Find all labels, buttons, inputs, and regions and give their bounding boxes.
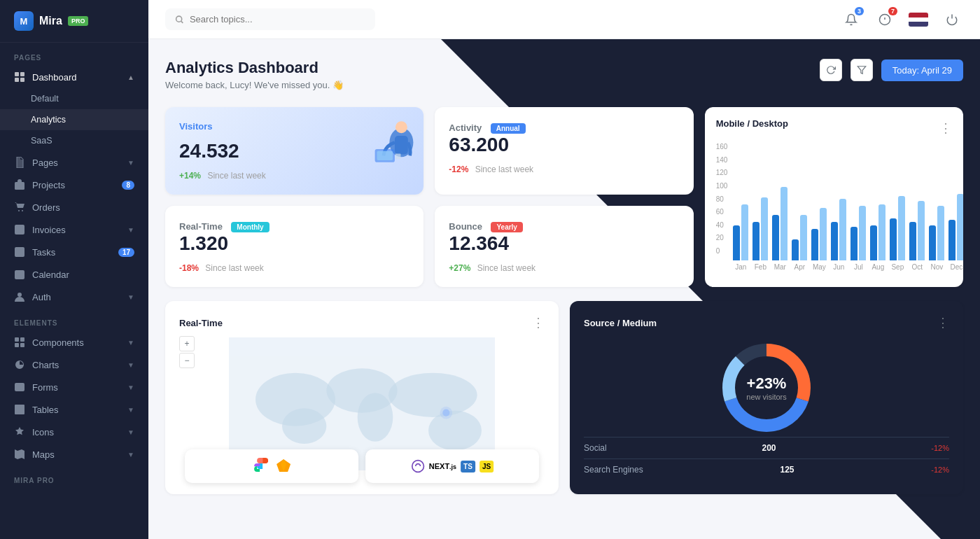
chart-container: 0 20 40 60 80 100 120 140 160 Jan bbox=[716, 143, 952, 271]
bar-light bbox=[859, 206, 866, 260]
source-social-change: -12% bbox=[931, 444, 949, 452]
map-more-button[interactable]: ⋮ bbox=[532, 315, 545, 330]
tasks-label: Tasks bbox=[32, 247, 55, 258]
x-label: Apr bbox=[792, 263, 807, 271]
forms-label: Forms bbox=[32, 382, 58, 393]
source-more-button[interactable]: ⋮ bbox=[937, 315, 949, 330]
tables-chevron: ▼ bbox=[127, 406, 134, 414]
sidebar-item-dashboard[interactable]: Dashboard ▲ bbox=[0, 66, 148, 88]
filter-button[interactable] bbox=[850, 59, 873, 81]
chart-x-axis: JanFebMarAprMayJunJulAugSepOctNovDec bbox=[733, 263, 963, 271]
sidebar-item-auth[interactable]: Auth ▼ bbox=[0, 286, 148, 308]
source-search-name: Search Engines bbox=[584, 465, 643, 475]
sidebar-item-maps[interactable]: Maps ▼ bbox=[0, 443, 148, 465]
bar-light bbox=[918, 201, 925, 260]
projects-label: Projects bbox=[32, 180, 65, 190]
forms-chevron: ▼ bbox=[127, 384, 134, 391]
sidebar-item-tables[interactable]: Tables ▼ bbox=[0, 398, 148, 421]
page-title-section: Analytics Dashboard Welcome back, Lucy! … bbox=[165, 59, 344, 90]
activity-badge: Annual bbox=[491, 123, 526, 134]
bounce-value: 12.364 bbox=[449, 232, 679, 255]
power-icon bbox=[946, 13, 958, 26]
bar-dark bbox=[811, 229, 818, 260]
visitors-card: Visitors 24.532 +14% bbox=[165, 107, 424, 195]
invoices-chevron: ▼ bbox=[127, 226, 134, 234]
refresh-icon bbox=[826, 65, 836, 75]
bar-dark bbox=[850, 227, 858, 260]
bar-group bbox=[929, 206, 944, 260]
sidebar-item-icons[interactable]: Icons ▼ bbox=[0, 421, 148, 443]
sidebar-item-tasks[interactable]: Tasks 17 bbox=[0, 241, 148, 263]
bounce-change-pct: +27% bbox=[449, 263, 470, 273]
sidebar-item-orders[interactable]: Orders bbox=[0, 196, 148, 218]
alerts-button[interactable]: 7 bbox=[874, 8, 896, 31]
sidebar-item-projects[interactable]: Projects 8 bbox=[0, 174, 148, 196]
bar-dark bbox=[870, 225, 877, 260]
more-options-button[interactable]: ⋮ bbox=[939, 120, 952, 136]
svg-point-28 bbox=[282, 408, 326, 444]
bar-light bbox=[839, 199, 846, 260]
mobile-desktop-card: Mobile / Desktop ⋮ 0 20 40 60 80 100 120 bbox=[705, 107, 963, 287]
svg-rect-1 bbox=[20, 72, 24, 76]
orders-label: Orders bbox=[32, 202, 60, 213]
activity-label: Activity bbox=[449, 122, 482, 133]
svg-rect-7 bbox=[15, 225, 24, 234]
invoices-label: Invoices bbox=[32, 225, 66, 235]
search-box[interactable] bbox=[165, 8, 375, 30]
refresh-button[interactable] bbox=[820, 59, 842, 81]
bar-dark bbox=[929, 225, 936, 260]
calendar-label: Calendar bbox=[32, 270, 69, 280]
notifications-button[interactable]: 3 bbox=[840, 8, 862, 31]
power-button[interactable] bbox=[941, 8, 963, 31]
svg-point-10 bbox=[18, 293, 22, 297]
bar-group bbox=[909, 201, 925, 260]
bounce-change-label: Since last week bbox=[477, 263, 536, 273]
bar-light bbox=[878, 204, 886, 260]
visitors-change-pct: +14% bbox=[179, 171, 201, 181]
bar-light bbox=[741, 204, 748, 260]
sidebar-item-pages[interactable]: Pages ▼ bbox=[0, 151, 148, 174]
svg-point-32 bbox=[428, 411, 482, 451]
bounce-card: Bounce Yearly 12.364 +27% Since last wee… bbox=[435, 206, 693, 287]
components-chevron: ▼ bbox=[127, 339, 134, 346]
sidebar-item-analytics[interactable]: Analytics bbox=[0, 109, 148, 130]
bar-group bbox=[850, 206, 866, 260]
brand-card-design bbox=[185, 449, 358, 483]
x-label: Jun bbox=[831, 263, 846, 271]
source-title: Source / Medium bbox=[584, 318, 657, 328]
topbar: 3 7 bbox=[148, 0, 980, 39]
redux-icon bbox=[411, 459, 425, 473]
sidebar-item-invoices[interactable]: Invoices ▼ bbox=[0, 218, 148, 241]
sidebar-item-calendar[interactable]: Calendar bbox=[0, 263, 148, 286]
pages-label: Pages bbox=[32, 158, 58, 168]
chart-bars-area: JanFebMarAprMayJunJulAugSepOctNovDec bbox=[733, 143, 963, 271]
javascript-logo: JS bbox=[479, 461, 493, 472]
bar-group bbox=[948, 194, 963, 260]
bar-group bbox=[772, 187, 788, 260]
search-input[interactable] bbox=[190, 14, 365, 24]
page-header: Analytics Dashboard Welcome back, Lucy! … bbox=[165, 59, 963, 90]
maps-label: Maps bbox=[32, 449, 55, 460]
sidebar-item-default[interactable]: Default bbox=[0, 88, 148, 109]
activity-change-pct: -12% bbox=[449, 164, 468, 174]
x-label: Oct bbox=[909, 263, 925, 271]
donut-center: +23% new visitors bbox=[746, 374, 786, 401]
bar-group bbox=[733, 204, 748, 260]
bar-group bbox=[752, 197, 768, 260]
sidebar-item-charts[interactable]: Charts ▼ bbox=[0, 354, 148, 376]
bar-light bbox=[820, 208, 827, 260]
svg-point-5 bbox=[18, 210, 20, 211]
date-button[interactable]: Today: April 29 bbox=[881, 59, 963, 81]
x-label: Aug bbox=[870, 263, 886, 271]
language-button[interactable] bbox=[907, 8, 930, 31]
svg-rect-22 bbox=[395, 136, 408, 154]
realtime-change-label: Since last week bbox=[205, 263, 263, 273]
sidebar-item-components[interactable]: Components ▼ bbox=[0, 331, 148, 354]
bar-light bbox=[957, 194, 963, 260]
bar-light bbox=[937, 206, 944, 260]
sidebar-item-forms[interactable]: Forms ▼ bbox=[0, 376, 148, 398]
bar-chart bbox=[733, 148, 963, 260]
icons-label: Icons bbox=[32, 427, 54, 438]
bar-dark bbox=[890, 218, 897, 260]
sidebar-item-saas[interactable]: SaaS bbox=[0, 130, 148, 151]
